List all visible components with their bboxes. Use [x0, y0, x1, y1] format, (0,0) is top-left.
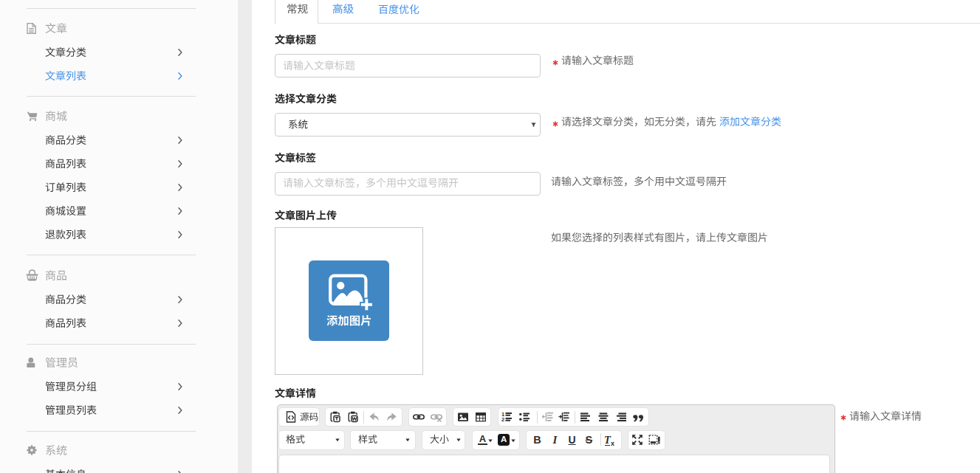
svg-text:2: 2: [501, 416, 504, 423]
